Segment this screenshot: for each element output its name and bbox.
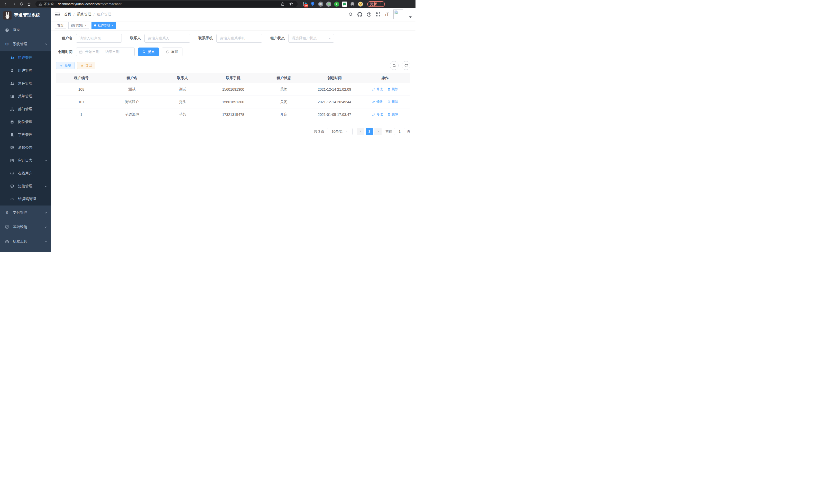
yudao-icon[interactable]: Y (334, 2, 339, 7)
shield-icon (10, 184, 15, 188)
table-search-toggle-icon[interactable] (390, 61, 399, 70)
add-button[interactable]: ＋ 新增 (56, 62, 75, 69)
cell-created: 2021-01-05 17:03:47 (309, 108, 360, 121)
sidebar-item-online-user[interactable]: 在线用户 (0, 167, 51, 180)
filter-label-contact: 联系人 (130, 36, 141, 40)
filter-label-mobile: 联系手机 (198, 36, 213, 40)
github-icon[interactable] (357, 12, 362, 17)
omnibox-divider (56, 2, 56, 6)
status-select[interactable]: 请选择租户状态 (288, 34, 334, 42)
sidebar-item-system[interactable]: ⚙ 系统管理 (0, 37, 51, 51)
browser-home-button[interactable] (26, 1, 32, 7)
page-size-value: 10条/页 (332, 129, 343, 134)
sidebar-item-pay[interactable]: ¥ 支付管理 (0, 206, 51, 220)
header-search-icon[interactable] (348, 12, 353, 17)
sidebar-item-notice[interactable]: 通知公告 (0, 141, 51, 154)
export-button[interactable]: 导出 (77, 62, 95, 69)
layout-grid-icon[interactable]: 10 (302, 2, 307, 7)
page-size-select[interactable]: 10条/页 (327, 128, 352, 135)
mobile-input[interactable] (217, 34, 262, 42)
sidebar-fold-icon[interactable] (55, 12, 60, 17)
avatar[interactable] (393, 9, 403, 19)
chrome-update-button[interactable]: 更新 ⋮ (367, 1, 385, 7)
tag-home[interactable]: 首页 (55, 22, 66, 29)
sidebar-item-label: 菜单管理 (18, 94, 32, 99)
tenants-icon (10, 56, 15, 60)
contact-input[interactable] (144, 34, 190, 42)
sidebar-item-label: 短信管理 (18, 184, 32, 188)
sidebar-item-post[interactable]: 岗位管理 (0, 116, 51, 128)
cell-name: 测试 (107, 83, 157, 95)
chat-code-icon[interactable] (342, 2, 347, 7)
delete-link[interactable]: 删除 (387, 87, 398, 91)
close-icon[interactable]: × (85, 24, 87, 27)
security-label[interactable]: 不安全 (44, 2, 54, 6)
browser-forward-button[interactable] (10, 1, 17, 7)
goto-page-input[interactable] (394, 128, 405, 135)
tenant-name-input[interactable] (76, 34, 122, 42)
delete-link[interactable]: 删除 (387, 99, 398, 104)
browser-reload-button[interactable] (18, 1, 25, 7)
share-icon[interactable] (279, 1, 286, 7)
column-header: 创建时间 (309, 73, 360, 83)
breadcrumb-system[interactable]: 系统管理 (77, 12, 91, 17)
gauge-icon (5, 28, 9, 32)
sidebar-item-label: 租户管理 (18, 56, 32, 60)
cell-mobile: 17321315478 (208, 108, 258, 121)
prev-page-button[interactable] (357, 128, 364, 135)
fullscreen-icon[interactable] (376, 12, 380, 17)
font-size-icon[interactable]: TT (385, 12, 389, 17)
edit-link[interactable]: 修改 (372, 87, 383, 91)
sidebar-item-label: 审计日志 (18, 158, 32, 163)
security-warning-icon[interactable] (38, 2, 42, 6)
sidebar-item-dict[interactable]: 字典管理 (0, 128, 51, 141)
tag-dept[interactable]: 部门管理 × (68, 22, 89, 29)
command-icon[interactable]: ⌘ (318, 2, 323, 7)
sidebar-item-menu[interactable]: 菜单管理 (0, 90, 51, 103)
sidebar-item-infra[interactable]: 基础设施 (0, 220, 51, 234)
sidebar-item-dept[interactable]: 部门管理 (0, 103, 51, 116)
app-logo[interactable]: 芋道管理系统 (0, 8, 51, 23)
plus-icon: ＋ (59, 64, 63, 67)
delete-link[interactable]: 删除 (387, 112, 398, 117)
date-range-picker[interactable]: 开始日期 - 结束日期 (76, 48, 135, 56)
cell-status: 开启 (258, 108, 309, 121)
sidebar-item-sms[interactable]: 短信管理 (0, 180, 51, 192)
url-text[interactable]: dashboard.yudao.iocoder.cn/system/tenant (58, 2, 121, 6)
table-row: 1 芋道源码 芋艿 17321315478 开启 2021-01-05 17:0… (56, 108, 410, 121)
sidebar-item-audit-log[interactable]: 审计日志 (0, 154, 51, 167)
table-refresh-icon[interactable] (402, 61, 410, 70)
sidebar-item-home[interactable]: 首页 (0, 23, 51, 37)
record-icon[interactable] (326, 2, 331, 7)
menu-dots-icon: ⋮ (379, 2, 382, 6)
sidebar-item-user[interactable]: 用户管理 (0, 64, 51, 77)
search-button[interactable]: 搜索 (138, 48, 159, 56)
cell-name: 芋道源码 (107, 108, 157, 121)
help-icon[interactable] (367, 12, 372, 17)
tag-tenant-active[interactable]: 租户管理 × (91, 22, 116, 29)
address-bar[interactable]: 不安全 dashboard.yudao.iocoder.cn/system/te… (35, 1, 297, 7)
calendar-icon (79, 50, 83, 54)
puzzle-icon[interactable] (350, 2, 355, 7)
avatar-caret-icon[interactable] (409, 17, 412, 18)
page-button-1[interactable]: 1 (366, 128, 373, 135)
sidebar-item-error-code[interactable]: 错误码管理 (0, 192, 51, 206)
cell-status: 关闭 (258, 83, 309, 95)
browser-back-button[interactable] (3, 1, 9, 7)
sidebar-item-dev-tools[interactable]: 研发工具 (0, 234, 51, 249)
log-icon (10, 158, 15, 162)
balloon-icon[interactable] (310, 2, 315, 7)
reset-button[interactable]: 重置 (162, 48, 182, 56)
next-page-button[interactable] (374, 128, 381, 135)
sidebar-item-tenant[interactable]: 租户管理 (0, 51, 51, 64)
roles-icon (10, 82, 15, 86)
sidebar-item-label: 用户管理 (18, 68, 32, 73)
close-icon[interactable]: × (112, 24, 113, 27)
breadcrumb-home[interactable]: 首页 (64, 12, 71, 17)
bookmark-star-icon[interactable] (288, 1, 294, 7)
edit-link[interactable]: 修改 (372, 99, 383, 104)
emoji-avatar-icon[interactable] (358, 2, 363, 7)
sidebar-item-role[interactable]: 角色管理 (0, 77, 51, 90)
column-header: 租户编号 (56, 73, 107, 83)
edit-link[interactable]: 修改 (372, 112, 383, 117)
